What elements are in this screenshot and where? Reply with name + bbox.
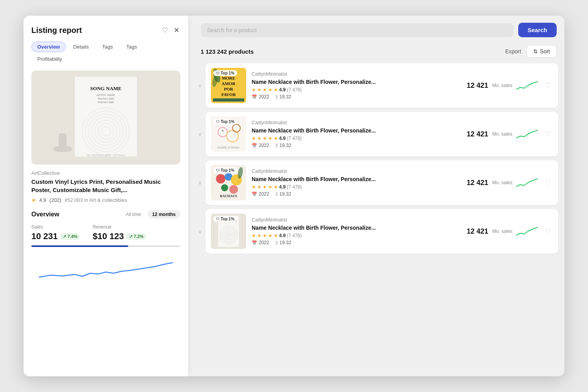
svg-text:AMOR: AMOR: [222, 81, 236, 86]
svg-text:SONG NAME: SONG NAME: [90, 85, 122, 91]
card-sales-area: 12 421 Mo. sales: [467, 128, 538, 140]
year-value: 2022: [259, 240, 269, 245]
dollar-icon: $: [276, 94, 278, 99]
chevron-down-icon[interactable]: ∨: [194, 209, 205, 254]
sort-icon: ⇅: [533, 48, 538, 54]
favorite-button[interactable]: ♡: [161, 25, 169, 35]
search-button[interactable]: Search: [518, 23, 557, 37]
progress-bar-fill: [31, 245, 128, 247]
search-input[interactable]: Search for a product: [201, 23, 514, 37]
svg-point-36: [221, 184, 228, 191]
card-rating: 4.9: [279, 87, 286, 93]
top-badge: 🛡 Top 1%: [213, 216, 237, 222]
card-shop-name: CaitlynMinimalist: [252, 71, 461, 77]
card-meta-row: 📅 2022 $ 19.32: [252, 94, 461, 100]
chevron-down-icon[interactable]: ∨: [194, 63, 205, 108]
card-meta-row: 📅 2022 $ 19.32: [252, 191, 461, 197]
sales-label: Mo. sales: [492, 83, 512, 88]
svg-point-33: [216, 174, 225, 183]
star-3: ★: [263, 87, 267, 93]
table-row: ∨ 🛡 Top 1% PICASSO: [194, 112, 558, 156]
favorite-icon[interactable]: ♡: [543, 225, 553, 237]
product-image: SONG NAME ARTIST NAME Record Label Relea…: [31, 71, 180, 165]
dollar-icon: $: [276, 240, 278, 245]
favorite-icon[interactable]: ♡: [543, 80, 553, 91]
card-reviews: (7 478): [287, 87, 302, 93]
star-3: ★: [263, 233, 267, 238]
svg-rect-15: [59, 133, 67, 150]
product-card: 🛡 Top 1% PICASSO MUSÉE D'ORSAY: [205, 112, 558, 156]
dollar-icon: $: [276, 143, 278, 148]
card-year: 📅 2022: [252, 240, 269, 245]
mini-chart: [516, 225, 538, 237]
svg-text:POR: POR: [224, 87, 233, 91]
favorite-icon[interactable]: ♡: [543, 128, 553, 140]
star-1: ★: [252, 184, 256, 190]
calendar-icon: 📅: [252, 240, 257, 245]
panel-title: Listing report: [31, 26, 82, 35]
star-icon: ★: [31, 197, 36, 203]
results-count: 1 123 242 products: [201, 48, 254, 55]
star-2: ★: [257, 136, 261, 141]
product-card: 🛡 Top 1% BAUHAUS: [205, 160, 558, 205]
card-year: 📅 2022: [252, 94, 269, 100]
overview-header: Overview All time 12 months: [31, 210, 180, 219]
mini-chart: [516, 80, 538, 91]
year-value: 2022: [259, 191, 269, 197]
badge-label: Top 1%: [221, 168, 234, 172]
favorite-icon[interactable]: ♡: [543, 177, 553, 189]
time-tab-12months[interactable]: 12 months: [147, 210, 180, 219]
star-5: ★: [274, 87, 278, 93]
tab-overview[interactable]: Overview: [31, 42, 66, 52]
tabs-row: Overview Details Tags Tags Profitability: [31, 42, 180, 64]
product-info: CaitlynMinimalist Name Necklace with Bir…: [252, 217, 461, 245]
svg-text:ARTIST NAME: ARTIST NAME: [97, 94, 115, 96]
star-2: ★: [257, 87, 261, 93]
chevron-down-icon[interactable]: ∨: [194, 160, 205, 205]
svg-text:MUSÉE D'ORSAY: MUSÉE D'ORSAY: [217, 146, 240, 149]
sales-badge: ↗ 7.4%: [60, 233, 80, 240]
card-price: $ 19.32: [276, 94, 291, 100]
stats-row: Sales 10 231 ↗ 7.4% Revenue $10 123 ↗ 7.…: [31, 224, 180, 241]
export-button[interactable]: Export: [505, 48, 521, 54]
time-tab-all[interactable]: All time: [121, 210, 146, 219]
sales-value-row: 10 231 ↗ 7.4%: [31, 231, 80, 241]
close-button[interactable]: ✕: [173, 25, 180, 35]
card-price: $ 19.32: [276, 191, 291, 197]
product-info: CaitlynMinimalist Name Necklace with Bir…: [252, 120, 461, 148]
tab-tags-1[interactable]: Tags: [96, 42, 119, 52]
svg-text:Release date: Release date: [98, 101, 114, 103]
table-row: ∨ 🛡 Top 1% MORE AMOR POR FAVOR: [194, 63, 558, 108]
svg-text:...: ...: [105, 108, 106, 110]
tab-profitability[interactable]: Profitability: [31, 54, 68, 64]
card-sales-area: 12 421 Mo. sales: [467, 80, 538, 91]
star-3: ★: [263, 136, 267, 141]
product-reviews: (202): [49, 197, 61, 203]
chevron-down-icon[interactable]: ∨: [194, 112, 205, 156]
product-image-container: SONG NAME ARTIST NAME Record Label Relea…: [31, 71, 180, 165]
product-thumbnail: 🛡 Top 1% BAUHAUS: [211, 165, 246, 200]
year-value: 2022: [259, 143, 269, 148]
star-5: ★: [274, 136, 278, 141]
svg-point-37: [229, 185, 238, 194]
left-panel: Listing report ♡ ✕ Overview Details Tags…: [24, 16, 188, 376]
tab-tags-2[interactable]: Tags: [120, 42, 143, 52]
sales-label: Sales: [31, 224, 80, 230]
star-4: ★: [268, 136, 272, 141]
tab-details[interactable]: Details: [67, 42, 95, 52]
table-row: ∨ 🛡 Top 1% SONG NAME: [194, 209, 558, 254]
sort-button[interactable]: ⇅ Sort: [526, 45, 557, 58]
card-stars: ★ ★ ★ ★ ★ 4.9 (7 478): [252, 233, 461, 238]
star-2: ★: [257, 233, 261, 238]
card-reviews: (7 478): [287, 184, 302, 190]
product-shop: ArtCollective: [31, 170, 180, 176]
right-panel: Search for a product Search 1 123 242 pr…: [188, 16, 564, 376]
sales-label: Mo. sales: [492, 131, 512, 137]
svg-text:GET MESSAGE HERE - OPTIONAL: GET MESSAGE HERE - OPTIONAL: [87, 154, 125, 156]
monthly-sales: 12 421: [467, 179, 488, 187]
calendar-icon: 📅: [252, 143, 257, 148]
product-card: 🛡 Top 1% SONG NAME: [205, 209, 558, 254]
badge-label: Top 1%: [221, 71, 234, 75]
card-meta-row: 📅 2022 $ 19.32: [252, 143, 461, 148]
card-rating: 4.9: [279, 136, 286, 141]
